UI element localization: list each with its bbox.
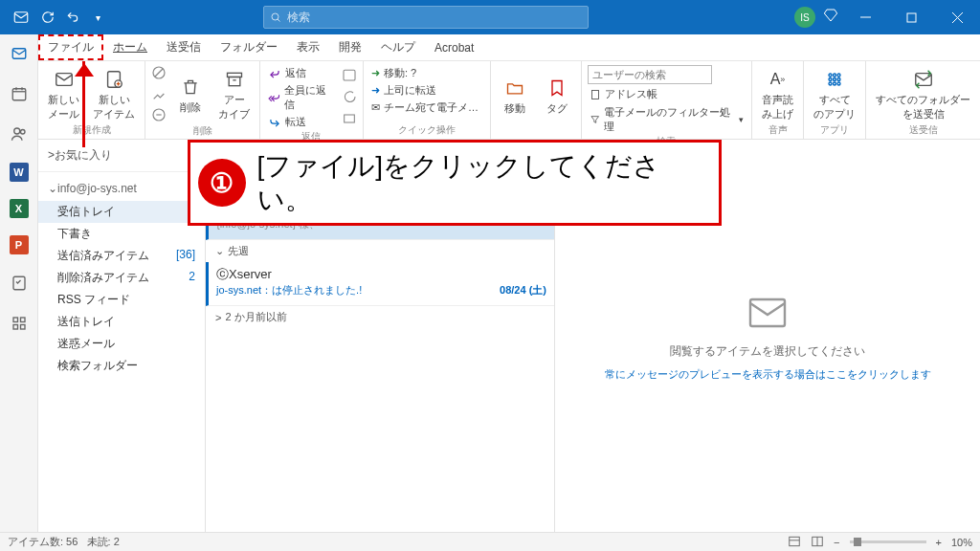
svg-rect-7: [12, 89, 26, 100]
svg-rect-28: [345, 115, 355, 122]
quickstep-team[interactable]: ✉チーム宛て電子メ…: [369, 99, 484, 116]
menu-dev[interactable]: 開発: [329, 34, 371, 60]
menu-view[interactable]: 表示: [287, 34, 329, 60]
svg-point-1: [272, 13, 278, 20]
mail-icon[interactable]: [8, 42, 31, 65]
always-preview-link[interactable]: 常にメッセージのプレビューを表示する場合はここをクリックします: [605, 367, 931, 382]
ignore-icon[interactable]: [151, 65, 167, 82]
svg-point-12: [20, 130, 25, 135]
svg-point-30: [829, 74, 832, 77]
overflow-icon[interactable]: ▾: [88, 8, 107, 27]
group-2months[interactable]: > 2 か月前以前: [206, 306, 554, 328]
minimize-button[interactable]: [846, 0, 884, 34]
folder-drafts[interactable]: 下書き: [38, 223, 205, 245]
ribbon-group-new: 新規作成: [44, 123, 139, 139]
filter-button[interactable]: 電子メールのフィルター処理 ▾: [588, 104, 746, 135]
all-apps-button[interactable]: すべて のアプリ: [810, 65, 859, 123]
more-apps-icon[interactable]: [8, 312, 31, 335]
svg-rect-25: [229, 77, 240, 86]
status-bar: アイテム数: 56 未読: 2 − + 10%: [0, 532, 980, 551]
diamond-icon[interactable]: [823, 8, 838, 27]
excel-icon[interactable]: X: [10, 199, 29, 218]
zoom-in-button[interactable]: +: [936, 537, 942, 548]
quickstep-boss[interactable]: ➜上司に転送: [369, 82, 484, 99]
maximize-button[interactable]: [892, 0, 930, 34]
svg-rect-17: [20, 325, 25, 330]
avatar[interactable]: IS: [794, 7, 815, 28]
meeting-icon[interactable]: [342, 67, 357, 84]
svg-rect-13: [13, 276, 25, 290]
svg-point-11: [13, 128, 19, 134]
svg-rect-0: [14, 12, 28, 23]
move-button[interactable]: 移動: [497, 65, 533, 126]
folder-search[interactable]: 検索フォルダー: [38, 355, 205, 377]
folder-outbox[interactable]: 送信トレイ: [38, 311, 205, 333]
account-header[interactable]: ⌄info@jo-sys.net: [38, 172, 205, 201]
im-icon[interactable]: [342, 89, 357, 106]
cleanup-icon[interactable]: [151, 86, 167, 103]
junk-icon[interactable]: [151, 107, 167, 124]
svg-point-32: [837, 74, 840, 77]
ribbon: 新しい メール 新しい アイテム 新規作成 削除 アー カイブ 削除 返信 全員…: [38, 61, 980, 140]
powerpoint-icon[interactable]: P: [10, 235, 29, 254]
view-reading-icon[interactable]: [811, 535, 824, 550]
message-item-2[interactable]: ⓒXserver jo-sys.net：は停止されました.!08/24 (土): [206, 262, 554, 306]
new-item-button[interactable]: 新しい アイテム: [89, 65, 139, 123]
svg-rect-3: [907, 13, 916, 22]
menu-acrobat[interactable]: Acrobat: [425, 34, 483, 60]
svg-point-36: [829, 82, 832, 85]
svg-point-37: [834, 82, 836, 85]
svg-point-35: [837, 77, 840, 80]
folder-inbox[interactable]: 受信トレイ: [38, 201, 205, 223]
user-search-input[interactable]: [588, 65, 712, 84]
forward-button[interactable]: 転送: [266, 114, 336, 130]
refresh-icon[interactable]: [38, 8, 57, 27]
undo-icon[interactable]: [63, 8, 82, 27]
svg-line-22: [155, 69, 163, 77]
delete-button[interactable]: 削除: [172, 65, 209, 124]
outlook-logo-icon: [10, 6, 33, 29]
tag-button[interactable]: タグ: [539, 65, 575, 126]
address-book-button[interactable]: アドレス帳: [588, 86, 746, 102]
menu-file[interactable]: ファイル: [38, 34, 103, 60]
svg-point-34: [834, 77, 836, 80]
folder-deleted[interactable]: 削除済みアイテム2: [38, 267, 205, 289]
reply-all-button[interactable]: 全員に返信: [266, 82, 336, 113]
group-lastweek[interactable]: ⌄ 先週: [206, 240, 554, 262]
titlebar: ▾ 検索 IS: [0, 0, 980, 34]
menu-help[interactable]: ヘルプ: [371, 34, 425, 60]
menu-bar: ファイル ホーム 送受信 フォルダー 表示 開発 ヘルプ Acrobat: [0, 34, 980, 61]
callout-line: [82, 61, 85, 147]
app-rail: W X P: [0, 34, 38, 551]
menu-home[interactable]: ホーム: [103, 34, 157, 60]
archive-button[interactable]: アー カイブ: [214, 65, 254, 124]
quickstep-move[interactable]: ➜移動: ?: [369, 65, 484, 81]
menu-folder[interactable]: フォルダー: [211, 34, 287, 60]
word-icon[interactable]: W: [10, 163, 29, 182]
close-button[interactable]: [938, 0, 976, 34]
calendar-icon[interactable]: [8, 82, 31, 105]
view-normal-icon[interactable]: [788, 535, 801, 550]
svg-point-31: [834, 74, 836, 77]
folder-rss[interactable]: RSS フィード: [38, 289, 205, 311]
envelope-icon: [745, 290, 791, 336]
favorites-header[interactable]: >お気に入り: [38, 140, 205, 172]
svg-rect-27: [344, 70, 355, 80]
search-input[interactable]: 検索: [263, 6, 589, 29]
zoom-slider[interactable]: [850, 540, 926, 543]
svg-rect-16: [13, 325, 18, 330]
zoom-out-button[interactable]: −: [834, 537, 839, 548]
people-icon[interactable]: [8, 122, 31, 145]
reply-button[interactable]: 返信: [266, 65, 336, 81]
todo-icon[interactable]: [8, 272, 31, 295]
more-respond-icon[interactable]: [342, 111, 357, 128]
send-receive-all-button[interactable]: すべてのフォルダー を送受信: [872, 65, 974, 123]
folder-sent[interactable]: 送信済みアイテム[36]: [38, 245, 205, 267]
ribbon-group-apps: アプリ: [810, 123, 859, 139]
speech-button[interactable]: A»音声読 み上げ: [758, 65, 797, 123]
folder-junk[interactable]: 迷惑メール: [38, 333, 205, 355]
status-item-count: アイテム数: 56: [8, 536, 78, 547]
svg-rect-14: [13, 318, 18, 322]
ribbon-group-delete: 削除: [151, 124, 254, 140]
menu-sendrecv[interactable]: 送受信: [157, 34, 211, 60]
